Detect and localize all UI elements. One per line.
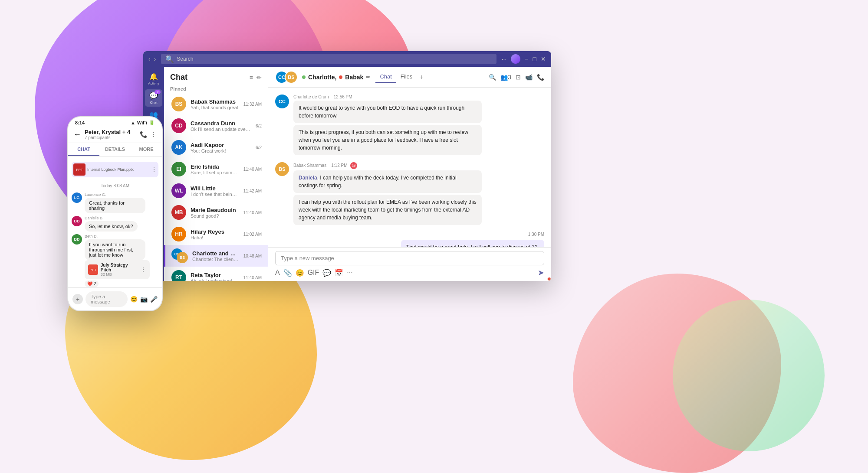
emoji-icon[interactable]: 😊	[296, 269, 304, 277]
chat-item-cassandra[interactable]: CD Cassandra Dunn Ok I'll send an update…	[164, 115, 268, 137]
phone-tab-more[interactable]: MORE	[131, 143, 162, 156]
activity-label: Activity	[148, 82, 159, 85]
phone-avatar-lg: LG	[72, 192, 82, 203]
filter-icon[interactable]: ≡	[250, 74, 253, 81]
participants-icon[interactable]: 👥3	[500, 74, 511, 81]
message-input-box[interactable]: Type a new message	[275, 251, 544, 265]
chat-item-will[interactable]: WL Will Little I don't see that being an…	[164, 180, 268, 202]
tab-files[interactable]: Files	[396, 72, 417, 83]
phone-input-field[interactable]: Type a message	[85, 291, 128, 307]
chat-info-eric: Eric Ishida Sure, I'll set up something …	[191, 163, 239, 175]
chat-name-aadi: Aadi Kapoor	[191, 142, 251, 148]
attach-icon[interactable]: 📎	[283, 269, 292, 277]
more-tools-icon[interactable]: ···	[347, 269, 352, 277]
messages-area: CC Charlotte de Crum 12:56 PM It would b…	[268, 88, 551, 247]
chat-avatar-hilary: HR	[171, 227, 186, 241]
chat-label: Chat	[150, 101, 158, 104]
chat-item-eric[interactable]: EI Eric Ishida Sure, I'll set up somethi…	[164, 158, 268, 180]
mention-daniela: Daniela	[299, 175, 317, 181]
more-options-icon[interactable]: ···	[502, 55, 507, 62]
phone-tab-chat[interactable]: CHAT	[68, 143, 99, 156]
chat-avatar-babak2: BS	[177, 252, 188, 263]
chat-badge: 2	[155, 90, 161, 94]
search-icon: 🔍	[165, 55, 174, 63]
chat-avatar-babak: BS	[171, 97, 186, 111]
signal-icon: ▲	[131, 120, 135, 125]
schedule-icon[interactable]: 📅	[335, 269, 343, 277]
chat-meta-charlotte-babak: 10:48 AM	[243, 254, 262, 258]
phone-back-button[interactable]: ←	[73, 130, 81, 139]
phone-camera-icon[interactable]: 📷	[140, 296, 148, 303]
chat-preview-eric: Sure, I'll set up something for next wee…	[191, 170, 239, 175]
sidebar-item-activity[interactable]: 🔔 Activity	[145, 70, 162, 88]
wifi-icon: WiFi	[137, 120, 147, 125]
video-icon[interactable]: 📹	[525, 74, 533, 81]
chat-item-charlotte-babak[interactable]: CC BS Charlotte and Babak Charlotte: The…	[164, 245, 268, 267]
sidebar-item-chat[interactable]: 2 💬 Chat	[145, 89, 162, 107]
phone-file-more-icon[interactable]: ⋮	[140, 266, 146, 273]
phone-tab-details[interactable]: DETAILS	[99, 143, 131, 156]
send-button[interactable]: ➤	[538, 268, 544, 277]
chat-name-cassandra: Cassandra Dunn	[191, 120, 251, 127]
gif-icon[interactable]: GIF	[308, 269, 319, 277]
search-in-chat-icon[interactable]: 🔍	[489, 74, 496, 81]
phone-tabs: CHAT DETAILS MORE	[68, 143, 162, 157]
message-toolbar: A 📎 😊 GIF 💬 📅 ··· ➤	[275, 268, 544, 277]
msg-avatar-charlotte: CC	[275, 95, 289, 108]
close-button[interactable]: ✕	[541, 55, 546, 62]
battery-icon: 🔋	[149, 120, 155, 125]
sticker-icon[interactable]: 💬	[322, 269, 331, 277]
chat-avatar-reta: RT	[171, 270, 186, 281]
chat-header-tabs: Chat Files +	[375, 72, 426, 83]
chat-avatar-will: WL	[171, 183, 186, 198]
msg-bubble-charlotte-1: It would be great to sync with you both …	[293, 101, 482, 123]
message-group-babak-1: BS Babak Shammas 1:12 PM @ Daniela, I ca…	[275, 162, 544, 225]
phone-mic-icon[interactable]: 🎤	[150, 296, 158, 303]
participant-charlotte: Charlotte,	[308, 74, 336, 81]
call-icon[interactable]: 📞	[537, 74, 544, 81]
chat-item-babak[interactable]: BS Babak Shammas Yah, that sounds great …	[164, 93, 268, 115]
chat-name-will: Will Little	[191, 185, 239, 192]
chat-preview-cassandra: Ok I'll send an update over later	[191, 127, 251, 132]
chat-meta-marie: 11:40 AM	[243, 210, 262, 215]
maximize-button[interactable]: □	[533, 55, 536, 62]
user-avatar[interactable]	[511, 54, 520, 64]
phone-call-icon[interactable]: 📞	[140, 131, 147, 138]
file-more-icon[interactable]: ⋮	[151, 166, 157, 173]
format-icon[interactable]: A	[275, 269, 280, 277]
chat-item-reta[interactable]: RT Reta Taylor Ah, ok I understand now. …	[164, 267, 268, 281]
phone-input-add-button[interactable]: +	[72, 294, 83, 304]
phone-file-name: July Strategy Pitch	[101, 263, 138, 272]
minimize-button[interactable]: −	[525, 55, 528, 62]
share-screen-icon[interactable]: ⊡	[516, 74, 521, 81]
tab-chat[interactable]: Chat	[375, 72, 396, 83]
file-label: Internal Logbook Plan.pptx	[87, 167, 134, 172]
chat-item-hilary[interactable]: HR Hilary Reyes Haha! 11:02 AM	[164, 223, 268, 245]
chat-item-marie[interactable]: MB Marie Beaudouin Sound good? 11:40 AM	[164, 202, 268, 223]
chat-item-aadi[interactable]: AK Aadi Kapoor You: Great work! 6/2	[164, 137, 268, 158]
mobile-phone: 8:14 ▲ WiFi 🔋 ← Peter, Krystal + 4 7 par…	[67, 116, 163, 311]
title-bar-actions: ··· − □ ✕	[502, 54, 546, 64]
chat-preview-will: I don't see that being an issue, can tak…	[191, 192, 239, 197]
chat-name-charlotte-babak: Charlotte and Babak	[192, 250, 239, 257]
add-tab-button[interactable]: +	[417, 72, 426, 83]
chat-meta-babak: 11:32 AM	[243, 102, 262, 107]
pinned-label: Pinned	[164, 85, 268, 93]
chat-avatar-eric: EI	[171, 162, 186, 176]
phone-emoji-icon[interactable]: 😊	[130, 296, 138, 303]
chat-name-marie: Marie Beaudouin	[191, 207, 239, 213]
chat-avatar-group: CC BS	[171, 248, 188, 263]
mention-badge: @	[350, 162, 357, 169]
msg-avatar-babak-1: BS	[275, 162, 289, 176]
nav-forward-button[interactable]: ›	[154, 55, 156, 62]
phone-sender-name-db: Danielle B.	[85, 216, 138, 220]
search-text: Search	[177, 56, 193, 62]
edit-icon[interactable]: ✏	[366, 74, 370, 80]
phone-more-icon[interactable]: ⋮	[151, 131, 157, 138]
chat-meta-hilary: 11:02 AM	[243, 232, 262, 237]
title-bar-nav: ‹ ›	[148, 55, 156, 62]
new-chat-icon[interactable]: ✏	[256, 74, 262, 81]
nav-back-button[interactable]: ‹	[148, 55, 151, 62]
chat-time-marie: 11:40 AM	[243, 210, 262, 215]
search-bar[interactable]: 🔍 Search	[161, 54, 496, 64]
